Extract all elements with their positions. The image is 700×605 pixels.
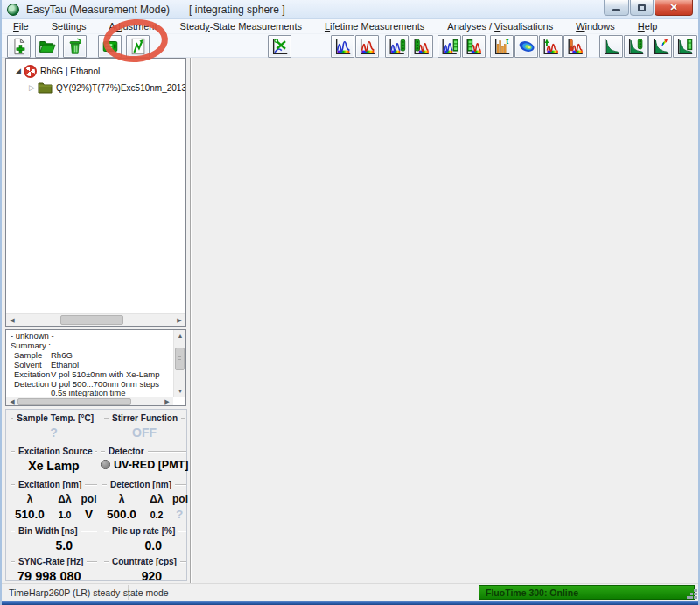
summary-row: ExcitationV pol 510±0nm with Xe-Lamp <box>10 370 172 380</box>
decay-icon <box>602 37 621 56</box>
app-window: EasyTau (Measurement Mode)[ integrating … <box>0 0 700 605</box>
contour-map-button[interactable] <box>514 35 538 58</box>
decay-button[interactable] <box>599 35 623 58</box>
menu-file[interactable]: File <box>2 20 40 32</box>
detection-pol: ? <box>172 508 186 521</box>
excitation-source-value: Xe Lamp <box>10 459 97 473</box>
menu-analyses-visualisations[interactable]: Analyses / Visualisations <box>436 20 564 32</box>
sample-temp-label: Sample Temp. [°C] <box>13 413 97 423</box>
temperature-spectrum-button[interactable] <box>564 35 587 58</box>
menu-windows[interactable]: Windows <box>564 20 626 32</box>
decay-rainbow-arrow-button[interactable] <box>648 35 672 58</box>
resize-grip[interactable] <box>694 596 696 599</box>
emission-spectrum-stoplight-button[interactable] <box>410 35 433 58</box>
stirrer-label: Stirrer Function <box>108 413 181 423</box>
adjustment-tools-icon <box>270 37 290 56</box>
scroll-up-icon[interactable]: ▲ <box>174 330 186 341</box>
svg-text:t: t <box>506 37 508 46</box>
maximize-icon <box>638 4 646 11</box>
app-icon <box>7 4 19 16</box>
new-measurement-button[interactable] <box>7 35 31 58</box>
hardware-connect-button[interactable] <box>98 35 122 58</box>
folder-icon <box>38 81 52 94</box>
pile-up-value: 0.0 <box>104 538 186 552</box>
scrollbar-thumb[interactable] <box>175 348 185 370</box>
instrument-status-panel: Sample Temp. [°C] ? Stirrer Function OFF… <box>5 409 187 581</box>
decay-stoplight-icon <box>626 37 646 56</box>
tcspc-time-trace-button[interactable]: t <box>490 35 514 58</box>
temperature-spectrum-icon <box>566 37 585 56</box>
tree-child-label: QY(92%)T(77%)Exc510nm_20131219_1606 <box>56 83 186 93</box>
minimize-button[interactable] <box>604 0 629 16</box>
spectrum-arrow-up-icon <box>542 37 561 56</box>
minimize-icon <box>612 9 620 11</box>
bin-width-group: Bin Width [ns] 5.0 <box>10 526 97 552</box>
excitation-source-label: Excitation Source <box>15 447 95 456</box>
delete-button[interactable] <box>63 35 87 58</box>
scroll-down-icon[interactable]: ▼ <box>174 385 186 397</box>
status-device: TimeHarp260P (LR) steady-state mode <box>4 585 129 600</box>
sync-rate-value: 79 998 080 <box>10 569 97 583</box>
emission-spectrum-icon <box>358 37 377 56</box>
emission-scan-series-icon <box>465 37 484 56</box>
window-context: [ integrating sphere ] <box>189 4 284 16</box>
scroll-left-icon[interactable]: ◀ <box>6 397 18 405</box>
decay-series-button[interactable] <box>673 35 696 58</box>
summary-vertical-scrollbar[interactable]: ▲ ▼ <box>173 330 186 397</box>
menu-help[interactable]: Help <box>626 20 669 32</box>
maximize-button[interactable] <box>630 0 654 16</box>
excitation-scan-series-button[interactable] <box>438 35 461 58</box>
summary-text: - unknown - Summary : SampleRh6G Solvent… <box>10 332 172 406</box>
expander-open-icon[interactable]: ◢ <box>13 67 23 75</box>
trash-icon <box>66 37 85 56</box>
detection-bandwidth: 0.2 <box>141 510 172 520</box>
sample-temp-value: ? <box>10 426 97 440</box>
menu-lifetime-measurements[interactable]: Lifetime Measurements <box>313 20 436 32</box>
excitation-spectrum-icon <box>333 37 353 56</box>
expander-closed-icon[interactable]: ▷ <box>27 83 37 92</box>
menu-adjustment[interactable]: Adjustment <box>98 20 169 32</box>
hardware-connect-icon <box>101 37 120 56</box>
excitation-spectrum-stoplight-button[interactable] <box>385 35 409 58</box>
excitation-pol: V <box>80 508 97 521</box>
menu-steady-state-measurements[interactable]: Steady-State Measurements <box>169 20 313 32</box>
open-file-button[interactable] <box>35 35 59 58</box>
close-icon: ✕ <box>669 3 677 12</box>
decay-stoplight-button[interactable] <box>624 35 648 58</box>
scroll-right-icon[interactable]: ▶ <box>161 397 173 405</box>
spectrum-arrow-up-button[interactable] <box>539 35 563 58</box>
scrollbar-thumb[interactable] <box>60 315 123 325</box>
measurement-mode-icon <box>129 37 148 56</box>
countrate-group: Countrate [cps] 920 <box>104 557 186 583</box>
adjustment-button[interactable] <box>268 35 291 58</box>
sync-rate-group: SYNC-Rate [Hz] 79 998 080 <box>10 557 97 583</box>
tree-root-label: Rh6G | Ethanol <box>40 67 100 76</box>
decay-series-icon <box>676 37 695 56</box>
summary-horizontal-scrollbar[interactable]: ◀ ▶ <box>6 397 173 405</box>
excitation-spectrum-button[interactable] <box>331 35 354 58</box>
stirrer-group: Stirrer Function OFF <box>104 413 185 440</box>
detector-group: Detector UV-RED [PMT] <box>101 447 186 471</box>
title-bar: EasyTau (Measurement Mode)[ integrating … <box>2 0 698 19</box>
decay-rainbow-arrow-icon <box>651 37 670 56</box>
toolbar: t <box>2 34 698 58</box>
emission-spectrum-stoplight-icon <box>412 37 431 56</box>
close-button[interactable]: ✕ <box>654 0 693 16</box>
scroll-right-icon[interactable]: ▶ <box>173 314 186 326</box>
scrollbar-thumb[interactable] <box>18 398 131 405</box>
summary-panel: - unknown - Summary : SampleRh6G Solvent… <box>5 329 186 406</box>
countrate-label: Countrate [cps] <box>108 557 180 566</box>
detector-indicator-icon <box>101 460 110 469</box>
tree-child-item[interactable]: ▷ QY(92%)T(77%)Exc510nm_20131219_1606 <box>27 80 186 95</box>
tree-horizontal-scrollbar[interactable]: ◀ ▶ <box>6 313 186 326</box>
open-folder-icon <box>38 37 57 56</box>
window-bottom-border <box>2 601 698 605</box>
measurement-tree: ◢ Rh6G | Ethanol ▷ QY(92%)T(77%)Exc510nm… <box>5 58 186 327</box>
measurement-mode-button[interactable] <box>126 35 150 58</box>
menu-settings[interactable]: Settings <box>40 20 98 32</box>
scroll-left-icon[interactable]: ◀ <box>6 314 18 326</box>
emission-scan-series-button[interactable] <box>462 35 486 58</box>
emission-spectrum-button[interactable] <box>355 35 379 58</box>
tree-root-item[interactable]: ◢ Rh6G | Ethanol <box>13 63 100 79</box>
detector-value: UV-RED [PMT] <box>101 459 186 471</box>
